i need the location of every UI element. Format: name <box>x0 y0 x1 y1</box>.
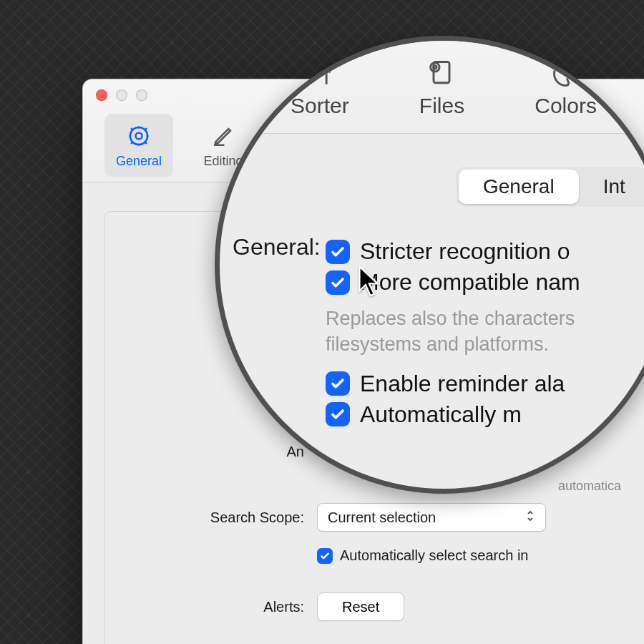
close-button[interactable] <box>96 89 107 101</box>
checkbox-icon <box>326 371 350 396</box>
row-label: Search Scope: <box>124 509 317 526</box>
help-text-partial: automatica <box>558 479 621 494</box>
tab-label: General <box>116 154 162 169</box>
section-label: General: <box>233 234 326 260</box>
sub-tab-label: General <box>483 175 555 197</box>
row-alerts: Alerts: Reset <box>124 592 644 621</box>
checkbox-label: Stricter recognition o <box>360 238 570 265</box>
checkbox-label: More compatible nam <box>360 269 580 296</box>
tab-label: Files <box>419 94 464 118</box>
automatically-mark-checkbox[interactable]: Automatically m <box>326 401 644 428</box>
tab-label: Sorter <box>291 94 349 118</box>
tab-files[interactable]: Files <box>419 57 464 118</box>
checkbox-icon <box>326 402 350 426</box>
button-label: Reset <box>342 599 379 615</box>
chevron-updown-icon <box>525 509 535 526</box>
tab-label: Colors <box>535 94 597 118</box>
enable-reminder-alarms-checkbox[interactable]: Enable reminder ala <box>326 371 644 397</box>
svg-point-4 <box>434 65 436 68</box>
reset-alerts-button[interactable]: Reset <box>317 592 404 621</box>
checkbox-icon <box>326 240 350 264</box>
svg-point-5 <box>559 69 562 72</box>
sub-tab-general[interactable]: General <box>459 170 579 204</box>
row-search-scope: Search Scope: Current selection <box>124 503 644 532</box>
select-value: Current selection <box>328 509 436 526</box>
help-text: Replaces also the characters filesystems… <box>326 306 644 358</box>
cursor-pointer-icon <box>357 264 381 288</box>
sub-tab-interface-partial[interactable]: Int <box>579 170 644 204</box>
checkbox-label: Automatically select search in <box>340 547 528 564</box>
files-gear-icon <box>423 57 460 91</box>
sub-tab-label: Int <box>603 175 625 197</box>
row-auto-select-search: Automatically select search in <box>124 542 644 570</box>
checkbox-icon <box>317 548 333 564</box>
row-label: Alerts: <box>124 599 317 615</box>
gear-icon <box>125 122 152 150</box>
row-label: An <box>124 444 317 460</box>
sub-tab-segmented[interactable]: General Int <box>456 167 644 207</box>
search-scope-select[interactable]: Current selection <box>317 503 546 532</box>
general-settings: General: Stricter recognition o More com… <box>233 234 644 439</box>
auto-select-search-checkbox[interactable]: Automatically select search in <box>317 547 644 564</box>
svg-point-1 <box>130 127 147 144</box>
svg-point-3 <box>431 62 439 71</box>
minimize-button[interactable] <box>116 89 127 101</box>
pencil-icon <box>210 122 237 150</box>
preferences-toolbar: General Editing <box>104 114 258 177</box>
zoom-button[interactable] <box>136 89 147 101</box>
checkbox-icon <box>326 270 350 295</box>
checkbox-label: Automatically m <box>360 401 522 428</box>
window-traffic-lights <box>96 89 147 101</box>
checkbox-label: Enable reminder ala <box>360 371 565 397</box>
svg-point-0 <box>135 132 142 139</box>
tab-general[interactable]: General <box>104 114 173 177</box>
stricter-recognition-checkbox[interactable]: Stricter recognition o <box>326 238 644 265</box>
